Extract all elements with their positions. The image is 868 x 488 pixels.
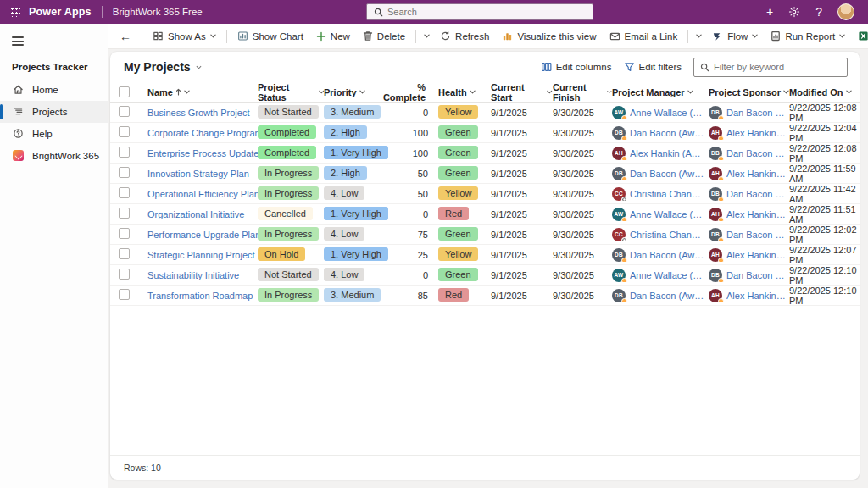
sidebar-item-home[interactable]: Home — [0, 79, 108, 101]
project-manager-link[interactable]: Dan Bacon (Away) — [630, 169, 705, 179]
column-header-health[interactable]: Health — [438, 87, 491, 97]
project-sponsor-link[interactable]: Dan Bacon (Away) — [726, 189, 786, 199]
add-icon[interactable]: + — [766, 6, 773, 18]
project-sponsor-link[interactable]: Alex Hankin (Away) — [726, 128, 786, 138]
visualize-view-button[interactable]: Visualize this view — [496, 28, 602, 44]
project-name-link[interactable]: Sustainability Initiative — [147, 270, 239, 280]
project-manager-link[interactable]: Christina Chang (Offline) — [630, 230, 705, 240]
flow-button[interactable]: Flow — [706, 29, 764, 44]
edit-columns-button[interactable]: Edit columns — [541, 62, 612, 72]
project-sponsor-link[interactable]: Dan Bacon (Away) — [726, 108, 786, 118]
table-row[interactable]: Sustainability Initiative Not Started 4.… — [110, 265, 860, 286]
project-sponsor-link[interactable]: Alex Hankin (Away) — [726, 291, 786, 301]
column-header-priority[interactable]: Priority — [324, 87, 389, 97]
table-row[interactable]: Enterprise Process Update Completed 1. V… — [110, 143, 860, 164]
overflow-chevron-button[interactable] — [693, 31, 705, 41]
column-header-current-start[interactable]: Current Start — [491, 82, 553, 103]
column-header-project-sponsor[interactable]: Project Sponsor — [709, 87, 789, 97]
table-row[interactable]: Strategic Planning Project On Hold 1. Ve… — [110, 245, 860, 265]
sponsor-avatar: DB — [709, 228, 722, 241]
project-name-link[interactable]: Organizational Initiative — [147, 209, 244, 219]
project-manager-link[interactable]: Dan Bacon (Away) — [630, 128, 705, 138]
environment-name[interactable]: BrightWork 365 Free — [113, 7, 203, 17]
show-as-button[interactable]: Show As — [147, 28, 222, 44]
global-search[interactable] — [366, 3, 593, 20]
column-header-name[interactable]: Name — [147, 87, 258, 97]
column-header-modified-on[interactable]: Modified On — [789, 87, 860, 97]
project-name-link[interactable]: Strategic Planning Project — [147, 250, 255, 260]
column-header-current-finish[interactable]: Current Finish — [553, 82, 612, 103]
sponsor-avatar: AH — [709, 126, 722, 140]
project-manager-link[interactable]: Alex Hankin (Away) — [630, 148, 705, 158]
app-name[interactable]: Power Apps — [29, 6, 92, 18]
project-name-link[interactable]: Enterprise Process Update — [147, 148, 259, 158]
row-checkbox[interactable] — [119, 208, 130, 219]
project-status-badge: In Progress — [258, 186, 319, 200]
delete-button[interactable]: Delete — [357, 28, 411, 44]
project-manager-link[interactable]: Anne Wallace (Away) — [630, 270, 705, 280]
column-header-status[interactable]: Project Status — [258, 82, 324, 103]
settings-gear-icon[interactable] — [788, 6, 800, 18]
project-manager-link[interactable]: Dan Bacon (Away) — [630, 250, 705, 260]
table-row[interactable]: Organizational Initiative Cancelled 1. V… — [110, 204, 860, 225]
project-sponsor-link[interactable]: Dan Bacon (Away) — [726, 270, 786, 280]
sidebar-item-projects[interactable]: Projects — [0, 101, 108, 123]
project-name-link[interactable]: Performance Upgrade Plan — [147, 230, 260, 240]
help-icon[interactable]: ? — [815, 6, 822, 18]
project-sponsor-link[interactable]: Alex Hankin (Away) — [726, 209, 786, 219]
run-report-button[interactable]: Run Report — [765, 28, 851, 44]
table-row[interactable]: Corporate Change Program Completed 2. Hi… — [110, 123, 860, 143]
user-avatar[interactable] — [837, 3, 854, 20]
row-checkbox[interactable] — [119, 126, 130, 137]
row-checkbox[interactable] — [119, 167, 130, 178]
waffle-menu-icon[interactable] — [10, 7, 20, 17]
global-search-input[interactable] — [387, 7, 557, 17]
row-checkbox[interactable] — [119, 147, 130, 158]
sidebar-item-help[interactable]: Help — [0, 123, 108, 145]
overflow-chevron-button[interactable] — [420, 31, 433, 41]
row-checkbox[interactable] — [119, 289, 130, 300]
keyword-filter-input[interactable] — [714, 62, 832, 72]
row-checkbox[interactable] — [119, 106, 130, 117]
hamburger-icon[interactable] — [12, 34, 24, 48]
project-sponsor-link[interactable]: Dan Bacon (Away) — [726, 230, 786, 240]
project-manager-link[interactable]: Christina Chang (Offline) — [630, 189, 705, 199]
email-link-button[interactable]: Email a Link — [604, 29, 684, 44]
chevron-down-icon[interactable] — [196, 65, 202, 69]
table-row[interactable]: Business Growth Project Not Started 3. M… — [110, 103, 860, 123]
table-row[interactable]: Operational Efficiency Plan In Progress … — [110, 184, 860, 204]
project-manager-link[interactable]: Dan Bacon (Away) — [630, 291, 705, 301]
row-checkbox[interactable] — [119, 248, 130, 259]
table-row[interactable]: Transformation Roadmap In Progress 3. Me… — [110, 286, 860, 306]
row-checkbox[interactable] — [119, 269, 130, 280]
project-name-link[interactable]: Operational Efficiency Plan — [147, 189, 259, 199]
view-selector[interactable]: My Projects — [124, 60, 191, 74]
project-status-badge: Not Started — [258, 268, 319, 281]
select-all-checkbox[interactable] — [119, 86, 130, 97]
edit-filters-button[interactable]: Edit filters — [624, 62, 682, 72]
project-sponsor-link[interactable]: Alex Hankin (Away) — [726, 250, 786, 260]
project-sponsor-link[interactable]: Alex Hankin (Away) — [726, 169, 786, 179]
project-name-link[interactable]: Transformation Roadmap — [147, 291, 253, 301]
project-manager-link[interactable]: Anne Wallace (Away) — [630, 209, 705, 219]
column-header-project-manager[interactable]: Project Manager — [612, 87, 709, 97]
project-name-link[interactable]: Corporate Change Program — [147, 128, 263, 138]
keyword-filter[interactable] — [693, 58, 848, 77]
excel-templates-button[interactable]: Excel Templates — [852, 28, 868, 44]
table-row[interactable]: Innovation Strategy Plan In Progress 2. … — [110, 164, 860, 184]
project-name-link[interactable]: Business Growth Project — [147, 108, 249, 118]
back-button[interactable]: ← — [114, 27, 137, 46]
refresh-button[interactable]: Refresh — [434, 28, 495, 44]
show-chart-button[interactable]: Show Chart — [231, 28, 309, 44]
row-checkbox[interactable] — [119, 228, 130, 239]
project-name-link[interactable]: Innovation Strategy Plan — [147, 169, 249, 179]
presence-indicator — [718, 237, 724, 241]
column-header-complete[interactable]: % Complete — [389, 82, 438, 103]
row-checkbox[interactable] — [119, 187, 130, 198]
sidebar-item-brightwork[interactable]: BrightWork 365 — [0, 145, 108, 167]
table-row[interactable]: Performance Upgrade Plan In Progress 4. … — [110, 225, 860, 245]
new-button[interactable]: New — [310, 29, 356, 44]
project-manager-link[interactable]: Anne Wallace (Away) — [630, 108, 705, 118]
manager-avatar: AW — [612, 106, 626, 119]
project-sponsor-link[interactable]: Dan Bacon (Away) — [726, 148, 786, 158]
